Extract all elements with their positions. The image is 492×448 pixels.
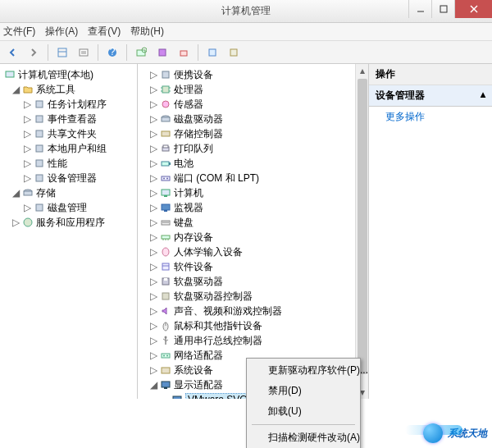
device-category[interactable]: ▷声音、视频和游戏控制器 [139,304,353,318]
expand-icon[interactable]: ▷ [148,276,159,287]
chevron-up-icon[interactable]: ▴ [481,89,485,103]
computer-icon [159,186,172,199]
expand-icon[interactable]: ▷ [148,158,159,169]
scrollbar[interactable]: ▴ ▾ [355,64,368,399]
menu-view[interactable]: 查看(V) [88,25,121,39]
tree-item[interactable]: ▷磁盘管理 [2,200,135,215]
extra-button-1[interactable] [203,43,221,62]
controller-icon [159,127,172,140]
device-category[interactable]: ▷内存设备 [139,230,353,245]
management-tree[interactable]: 计算机管理(本地) ◢ 系统工具 ▷任务计划程序▷事件查看器▷共享文件夹▷本地用… [0,64,137,233]
ctx-disable[interactable]: 禁用(D) [248,381,358,401]
expand-icon[interactable]: ▷ [21,128,33,139]
device-category[interactable]: ▷键盘 [139,215,353,230]
expand-icon[interactable]: ▷ [21,113,33,125]
tree-item[interactable]: ▷本地用户和组 [2,141,135,156]
expand-icon[interactable]: ▷ [148,143,159,154]
expand-icon[interactable]: ▷ [148,320,159,331]
device-category[interactable]: ▷监视器 [139,200,353,215]
expand-icon[interactable]: ▷ [148,364,159,376]
expand-icon[interactable]: ▷ [148,217,159,228]
tree-root[interactable]: 计算机管理(本地) [2,67,135,82]
svg-rect-48 [164,210,167,212]
device-category[interactable]: ▷存储控制器 [139,126,353,141]
scroll-thumb[interactable] [358,79,367,374]
expand-icon[interactable]: ▷ [148,290,159,302]
help-button[interactable]: ? [103,43,121,62]
ctx-update-driver[interactable]: 更新驱动程序软件(P)... [248,360,358,381]
titlebar: 计算机管理 [0,0,492,23]
minimize-button[interactable] [408,0,431,18]
left-pane: 计算机管理(本地) ◢ 系统工具 ▷任务计划程序▷事件查看器▷共享文件夹▷本地用… [0,64,138,399]
expand-icon[interactable]: ▷ [21,202,33,213]
maximize-button[interactable] [431,0,454,18]
tree-item[interactable]: ▷共享文件夹 [2,126,135,141]
expand-icon[interactable]: ▷ [21,158,33,169]
svg-rect-58 [162,278,169,285]
device-category-label: 传感器 [174,98,203,112]
show-tree-button[interactable] [53,43,71,62]
tree-services[interactable]: ▷ 服务和应用程序 [2,215,135,230]
device-category[interactable]: ▷软盘驱动器控制器 [139,289,353,304]
device-category[interactable]: ▷磁盘驱动器 [139,112,353,126]
device-category[interactable]: ▷传感器 [139,97,353,112]
scan-button[interactable] [132,43,150,62]
tree-item[interactable]: ▷性能 [2,156,135,171]
expand-icon[interactable]: ▷ [21,98,33,110]
expand-icon[interactable]: ◢ [10,187,21,199]
scroll-up-icon[interactable]: ▴ [356,64,368,77]
expand-icon[interactable]: ▷ [148,172,159,184]
expand-icon[interactable]: ▷ [21,172,33,184]
menu-help[interactable]: 帮助(H) [130,25,164,39]
actions-more[interactable]: 更多操作 [369,107,492,127]
properties-button[interactable] [75,43,93,62]
extra-button-2[interactable] [225,43,243,62]
tree-item[interactable]: ▷事件查看器 [2,112,135,126]
device-category[interactable]: ▷端口 (COM 和 LPT) [139,171,353,185]
device-category[interactable]: ▷软件设备 [139,259,353,274]
svg-rect-22 [36,160,43,167]
menu-file[interactable]: 文件(F) [3,25,35,39]
expand-icon[interactable]: ▷ [148,69,159,80]
expand-icon[interactable]: ▷ [148,202,159,213]
device-category[interactable]: ▷打印队列 [139,141,353,156]
svg-rect-25 [24,191,32,195]
ctx-uninstall[interactable]: 卸载(U) [248,401,358,422]
expand-icon[interactable]: ▷ [148,187,159,199]
device-category[interactable]: ▷电池 [139,156,353,171]
expand-icon[interactable]: ▷ [148,335,159,346]
expand-icon[interactable]: ◢ [10,84,21,95]
expand-icon[interactable]: ▷ [148,231,159,243]
device-category[interactable]: ▷鼠标和其他指针设备 [139,318,353,333]
device-tree[interactable]: ▷便携设备▷处理器▷传感器▷磁盘驱动器▷存储控制器▷打印队列▷电池▷端口 (CO… [138,64,368,399]
update-icon[interactable] [153,43,171,62]
forward-button[interactable] [25,43,43,62]
expand-icon[interactable]: ▷ [148,305,159,317]
ctx-scan[interactable]: 扫描检测硬件改动(A) [248,427,358,448]
expand-icon[interactable]: ▷ [148,350,159,361]
device-category[interactable]: ▷通用串行总线控制器 [139,333,353,348]
uninstall-icon[interactable] [175,43,193,62]
expand-icon[interactable]: ▷ [148,261,159,272]
expand-icon[interactable]: ▷ [148,246,159,258]
expand-icon[interactable]: ▷ [148,84,159,95]
menu-action[interactable]: 操作(A) [45,25,78,39]
device-category[interactable]: ▷计算机 [139,185,353,200]
tree-item[interactable]: ▷任务计划程序 [2,97,135,112]
expand-icon[interactable]: ▷ [10,217,21,228]
device-category[interactable]: ▷处理器 [139,82,353,97]
expand-icon[interactable]: ▷ [21,143,33,154]
device-category[interactable]: ▷人体学输入设备 [139,245,353,259]
device-category[interactable]: ▷便携设备 [139,67,353,82]
close-button[interactable] [454,0,492,18]
expand-icon[interactable]: ▷ [148,113,159,125]
tree-item[interactable]: ▷设备管理器 [2,171,135,185]
expand-icon[interactable]: ◢ [148,379,159,391]
back-button[interactable] [3,43,21,62]
expand-icon[interactable]: ▷ [148,128,159,139]
svg-rect-11 [137,50,145,56]
tree-system-tools[interactable]: ◢ 系统工具 [2,82,135,97]
device-category[interactable]: ▷软盘驱动器 [139,274,353,289]
expand-icon[interactable]: ▷ [148,98,159,110]
tree-storage[interactable]: ◢ 存储 [2,185,135,200]
